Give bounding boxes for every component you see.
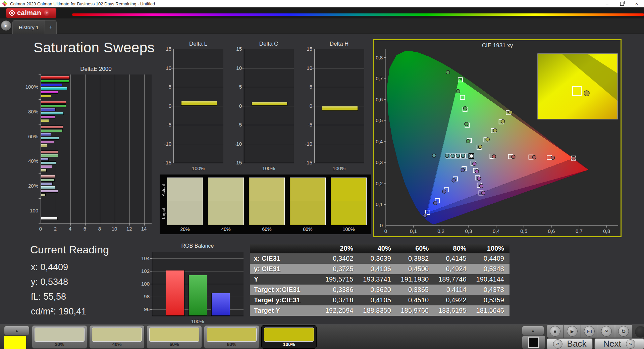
pattern-chip: [92, 328, 142, 342]
measured-point-blue: [423, 214, 427, 217]
gridline: [315, 49, 364, 49]
tick: [312, 106, 314, 106]
app-icon: [2, 1, 7, 6]
pattern-button-20%[interactable]: 20%: [32, 325, 87, 349]
brand-strip: calman ▼: [0, 7, 644, 18]
gridline: [144, 74, 145, 223]
gridline: [174, 87, 223, 87]
y-tick-label: 15: [304, 46, 312, 52]
tick: [150, 284, 152, 284]
expand-pattern-list-button[interactable]: ▲: [4, 326, 30, 335]
tick: [115, 223, 115, 226]
gridline: [315, 144, 364, 144]
delta-h-chart: Delta H151050-5-10-15100%: [304, 41, 367, 172]
page-title: Saturation Sweeps: [34, 40, 155, 56]
deltae-2000-chart: DeltaE 200002468101214100%80%60%40%20%10…: [32, 66, 155, 235]
tab-history-1[interactable]: History 1: [13, 20, 45, 34]
measured-point-red: [512, 155, 515, 159]
stop-button[interactable]: ■: [550, 326, 560, 337]
tick: [242, 125, 244, 125]
tick: [312, 49, 314, 49]
cie-1931-panel[interactable]: CIE 1931 xy 00,10,20,30,40,50,60,70,80,1…: [373, 39, 622, 237]
tick: [242, 163, 244, 163]
pattern-button-80%[interactable]: 80%: [204, 325, 259, 349]
row-label: y: CIE31: [250, 265, 321, 273]
series-measure-button[interactable]: [··]: [584, 326, 595, 337]
current-reading-line: x: 0,4409: [31, 262, 68, 272]
pattern-button-40%[interactable]: 40%: [89, 325, 145, 349]
y-tick-label: 15: [234, 46, 242, 52]
close-button[interactable]: ×: [629, 0, 644, 7]
window-pattern-button[interactable]: [522, 335, 545, 349]
deltae-bar: [41, 101, 66, 104]
logo-caret-icon: ▼: [44, 10, 50, 16]
x-tick-label: 12: [124, 226, 134, 232]
x-tick-label: 10: [109, 226, 119, 232]
current-pattern-swatch[interactable]: [4, 336, 26, 349]
deltae-bar: [41, 217, 58, 220]
y-tick-label: -15: [234, 160, 242, 165]
refresh-button[interactable]: ↻: [618, 326, 629, 337]
tick: [312, 163, 314, 163]
column-header: 100%: [472, 245, 509, 252]
deltae-title: DeltaE 2000: [41, 66, 151, 72]
target-swatch: [208, 201, 244, 225]
table-cell: 0,4510: [396, 296, 434, 304]
table-row: y: CIE310,37250,41060,45000,49240,5348: [250, 264, 509, 274]
deltae-bar: [41, 137, 59, 140]
svg-text:0,4: 0,4: [376, 139, 383, 144]
tick: [39, 74, 41, 75]
y-tick-label: 10: [163, 65, 171, 71]
pattern-button-60%[interactable]: 60%: [147, 325, 202, 349]
svg-text:0,2: 0,2: [376, 181, 383, 186]
measured-point-cyan: [445, 154, 449, 158]
add-tab-button[interactable]: +: [45, 20, 56, 34]
actual-row-label: Actual: [161, 179, 166, 201]
actual-swatch: [331, 178, 366, 201]
delta_h-plot: [314, 49, 364, 163]
restore-button[interactable]: [614, 0, 629, 7]
svg-text:0,8: 0,8: [376, 55, 383, 60]
measured-point-green: [464, 106, 467, 110]
svg-text:0,7: 0,7: [576, 228, 583, 234]
play-measure-button[interactable]: ▶: [567, 326, 578, 337]
continuous-measure-button[interactable]: ∞: [601, 326, 612, 337]
svg-text:0,3: 0,3: [376, 159, 383, 165]
back-button[interactable]: « Back: [547, 338, 593, 349]
table-row: x: CIE310,34020,36390,38820,41450,4409: [250, 253, 509, 264]
tick: [171, 144, 173, 144]
svg-text:0,1: 0,1: [376, 201, 383, 207]
pattern-window-icon: [528, 337, 539, 348]
measured-point-green: [465, 122, 468, 126]
svg-text:0,3: 0,3: [465, 228, 472, 234]
rgb-plot: [152, 252, 244, 316]
table-cell: 0,4145: [434, 255, 472, 262]
swatch: [208, 178, 244, 225]
tick: [85, 223, 86, 226]
row-label: x: CIE31: [250, 255, 321, 262]
swatch-column: 80%: [290, 178, 326, 234]
group-label: 100%: [20, 84, 38, 90]
session-play-button[interactable]: ▶: [1, 20, 11, 31]
x-tick-label: 8: [95, 226, 105, 232]
table-row: Y195,5715193,3741191,1930189,7746190,414…: [250, 274, 509, 285]
expand-transport-button[interactable]: ▲: [522, 326, 544, 335]
deltae-bar: [41, 186, 55, 189]
minimize-button[interactable]: –: [600, 0, 614, 7]
group-label: 80%: [20, 109, 38, 114]
measured-point-cyan: [451, 154, 454, 158]
table-cell: 190,4144: [472, 276, 509, 283]
calman-menu-button[interactable]: calman ▼: [6, 8, 56, 18]
delta_l-plot: [173, 49, 223, 163]
current-reading-line: cd/m²: 190,41: [31, 306, 86, 317]
next-chevron-icon: »: [626, 339, 635, 349]
tick: [242, 49, 244, 49]
pattern-label: 100%: [262, 342, 316, 347]
deltae-bar: [41, 87, 67, 90]
table-cell: 188,8350: [359, 307, 396, 314]
next-button[interactable]: Next »: [594, 338, 644, 349]
table-cell: 0,3620: [359, 286, 396, 294]
y-tick-label: 10: [234, 65, 242, 71]
pattern-button-100%[interactable]: 100%: [261, 325, 317, 349]
deltae-bar: [41, 133, 51, 136]
